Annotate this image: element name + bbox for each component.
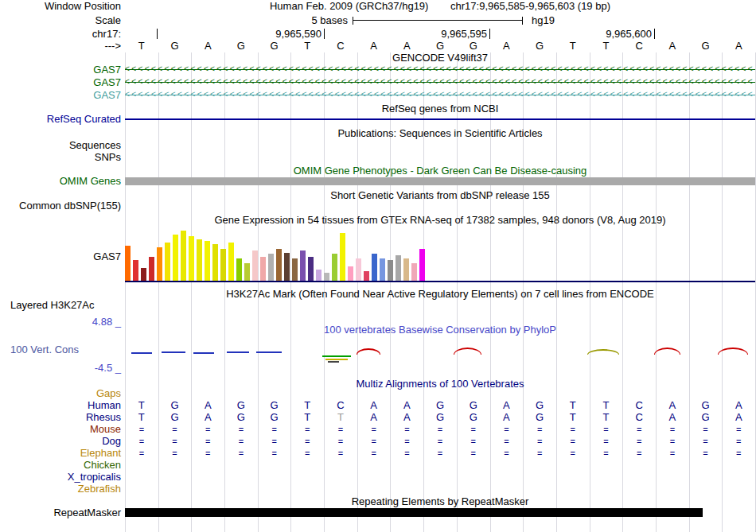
repeatmasker-track-title[interactable]: Repeating Elements by RepeatMasker: [125, 496, 755, 507]
unalignable-mark: =: [324, 424, 357, 435]
unalignable-mark: =: [290, 436, 324, 447]
species-label-rhesus[interactable]: Rhesus: [0, 412, 121, 423]
alignment-row-elephant[interactable]: ===================: [125, 448, 755, 459]
aligned-base: G: [224, 412, 258, 423]
alignment-row-rhesus[interactable]: TGAGGTTAAGGAGTTCAGA: [125, 412, 755, 423]
gencode-gene-label[interactable]: GAS7: [0, 90, 121, 101]
unalignable-mark: =: [290, 424, 324, 435]
aligned-base: T: [556, 412, 590, 423]
aligned-base: A: [191, 412, 224, 423]
gencode-gene-label[interactable]: GAS7: [0, 64, 121, 76]
aligned-base: A: [656, 412, 689, 423]
conservation-segment: [328, 361, 339, 363]
species-label-human[interactable]: Human: [0, 400, 121, 411]
conservation-segment: [322, 355, 351, 357]
unalignable-mark: =: [457, 448, 490, 459]
h3k27ac-label[interactable]: Layered H3K27Ac: [10, 300, 95, 311]
aligned-base: G: [523, 412, 556, 423]
aligned-base: G: [258, 400, 291, 411]
unalignable-mark: =: [258, 424, 291, 435]
unalignable-mark: =: [357, 436, 391, 447]
aligned-base: G: [457, 412, 490, 423]
aligned-base: A: [191, 400, 224, 411]
alignment-row-human[interactable]: TGAGGTCAAGGAGTTCAGA: [125, 400, 755, 411]
unalignable-mark: =: [391, 448, 424, 459]
aligned-base: G: [423, 400, 457, 411]
refseq-curated-label[interactable]: RefSeq Curated: [0, 114, 121, 125]
conservation-peak: [454, 348, 481, 355]
omim-genes-label[interactable]: OMIM Genes: [0, 176, 121, 187]
unalignable-mark: =: [490, 436, 524, 447]
unalignable-mark: =: [722, 448, 755, 459]
unalignable-mark: =: [722, 436, 755, 447]
unalignable-mark: =: [158, 436, 192, 447]
unalignable-mark: =: [158, 424, 192, 435]
aligned-base: A: [391, 412, 424, 423]
species-label-dog[interactable]: Dog: [0, 436, 121, 447]
unalignable-mark: =: [125, 436, 158, 447]
unalignable-mark: =: [224, 424, 258, 435]
multiz-track-title[interactable]: Multiz Alignments of 100 Vertebrates: [125, 379, 755, 390]
conservation-peak: [718, 348, 748, 355]
conservation-segment: [325, 359, 348, 360]
unalignable-mark: =: [457, 424, 490, 435]
aligned-base: G: [689, 412, 723, 423]
aligned-base: A: [490, 400, 524, 411]
repeat-element-bar[interactable]: [125, 508, 703, 517]
snps-label[interactable]: SNPs: [0, 152, 121, 163]
unalignable-mark: =: [523, 436, 556, 447]
sequences-label[interactable]: Sequences: [0, 140, 121, 151]
species-label-mouse[interactable]: Mouse: [0, 424, 121, 435]
unalignable-mark: =: [357, 424, 391, 435]
unalignable-mark: =: [423, 436, 457, 447]
aligned-base: G: [258, 412, 291, 423]
unalignable-mark: =: [656, 436, 689, 447]
phylop-label[interactable]: 100 Vert. Cons: [10, 344, 79, 355]
aligned-base: A: [722, 400, 755, 411]
alignment-row-dog[interactable]: ===================: [125, 436, 755, 447]
aligned-base: T: [590, 400, 623, 411]
dbsnp-label[interactable]: Common dbSNP(155): [0, 200, 121, 212]
unalignable-mark: =: [191, 448, 224, 459]
conservation-peak: [654, 348, 680, 355]
unalignable-mark: =: [590, 424, 623, 435]
aligned-base: C: [622, 400, 656, 411]
phylop-min-label: -4.5 _: [0, 363, 121, 374]
species-label-zebrafish[interactable]: Zebrafish: [0, 483, 121, 495]
species-label-elephant[interactable]: Elephant: [0, 448, 121, 459]
aligned-base: T: [590, 412, 623, 423]
species-label-x_tropicalis[interactable]: X_tropicalis: [0, 472, 121, 483]
conservation-peak: [357, 348, 380, 355]
unalignable-mark: =: [423, 424, 457, 435]
unalignable-mark: =: [622, 448, 656, 459]
unalignable-mark: =: [622, 436, 656, 447]
unalignable-mark: =: [125, 448, 158, 459]
unalignable-mark: =: [258, 448, 291, 459]
unalignable-mark: =: [556, 424, 590, 435]
aligned-base: G: [423, 412, 457, 423]
conservation-segment: [256, 351, 282, 353]
species-label-gaps[interactable]: Gaps: [0, 388, 121, 399]
unalignable-mark: =: [191, 436, 224, 447]
conservation-peak: [587, 349, 619, 355]
repeatmasker-label[interactable]: RepeatMasker: [0, 507, 121, 518]
unalignable-mark: =: [590, 448, 623, 459]
alignment-row-mouse[interactable]: ===================: [125, 424, 755, 435]
aligned-base: G: [224, 400, 258, 411]
unalignable-mark: =: [656, 424, 689, 435]
unalignable-mark: =: [224, 436, 258, 447]
unalignable-mark: =: [722, 424, 755, 435]
window-position-label: Window Position: [0, 1, 121, 12]
unalignable-mark: =: [324, 448, 357, 459]
unalignable-mark: =: [689, 424, 723, 435]
aligned-base: T: [290, 412, 324, 423]
conservation-segment: [193, 352, 214, 354]
genome-browser-view: Human Feb. 2009 (GRCh37/hg19) chr17:9,96…: [0, 0, 756, 532]
scale-row-label: Scale: [0, 15, 121, 26]
gencode-gene-label[interactable]: GAS7: [0, 77, 121, 88]
species-label-chicken[interactable]: Chicken: [0, 460, 121, 471]
gtex-gene-label[interactable]: GAS7: [0, 251, 121, 262]
aligned-base: A: [490, 412, 524, 423]
aligned-base: T: [290, 400, 324, 411]
aligned-base: A: [357, 400, 391, 411]
